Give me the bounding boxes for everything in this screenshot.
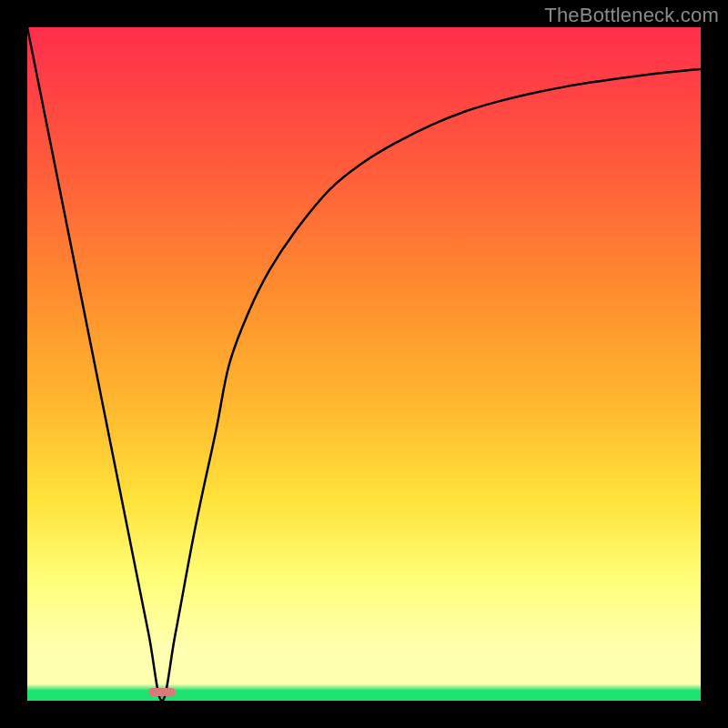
curve-layer [27,27,701,701]
chart-frame: TheBottleneck.com [0,0,728,728]
bottleneck-curve [27,27,701,701]
watermark-text: TheBottleneck.com [544,4,719,27]
plot-area [27,27,701,701]
optimal-marker [148,688,176,696]
